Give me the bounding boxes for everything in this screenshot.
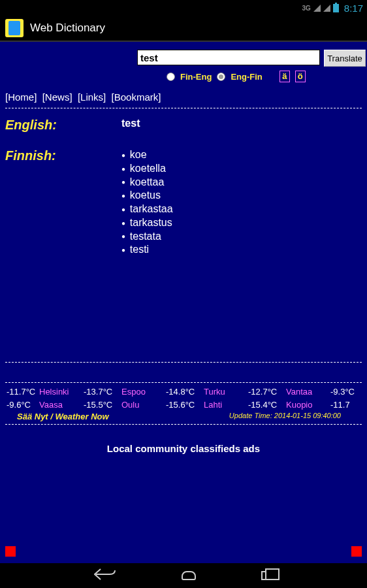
city[interactable]: Vantaa — [286, 385, 330, 399]
weather-update-time: Update Time: 2014-01-15 09:40:00 — [229, 412, 360, 421]
nav-home[interactable]: [Home] — [5, 91, 37, 103]
temp: -15.5°C — [84, 399, 121, 412]
city[interactable]: Vaasa — [39, 399, 84, 412]
recent-apps-icon[interactable] — [261, 571, 273, 580]
temp: -11.7 — [330, 399, 367, 412]
nav-links[interactable]: [Links] — [78, 91, 106, 103]
list-item: koetus — [121, 189, 173, 203]
title-bar: Web Dictionary — [0, 16, 367, 42]
temp: -14.8°C — [166, 385, 204, 399]
list-item: koettaa — [121, 176, 173, 189]
signal-icon — [323, 5, 330, 12]
label-fin-eng: Fin-Eng — [180, 72, 212, 82]
home-icon[interactable] — [182, 571, 196, 580]
city[interactable]: Helsinki — [39, 385, 84, 399]
label-english: English: — [5, 118, 121, 133]
radio-eng-fin[interactable] — [217, 73, 225, 81]
city[interactable]: Turku — [204, 385, 248, 399]
list-item: testi — [121, 243, 173, 257]
temp: -15.4°C — [248, 399, 286, 412]
divider — [5, 108, 362, 108]
list-item: tarkastaa — [121, 203, 173, 216]
weather-row: -9.6°C Vaasa -15.5°C Oulu -15.6°C Lahti … — [5, 399, 362, 412]
char-a-umlaut-button[interactable]: ä — [279, 71, 290, 82]
app-title: Web Dictionary — [30, 22, 105, 35]
nav-links: [Home] [News] [Links] [Bookmark] — [0, 82, 367, 105]
list-item: koetella — [121, 162, 173, 176]
red-marker-left[interactable] — [5, 546, 16, 557]
classifieds-heading: Local community classifieds ads — [0, 443, 367, 454]
back-icon[interactable] — [94, 568, 116, 583]
city[interactable]: Kuopio — [286, 399, 330, 412]
red-marker-right[interactable] — [351, 546, 362, 557]
weather-row: -11.7°C Helsinki -13.7°C Espoo -14.8°C T… — [5, 385, 362, 399]
city[interactable]: Oulu — [121, 399, 166, 412]
weather-widget: -11.7°C Helsinki -13.7°C Espoo -14.8°C T… — [5, 382, 362, 425]
android-nav-bar — [0, 563, 367, 588]
list-item: testata — [121, 230, 173, 244]
nav-news[interactable]: [News] — [42, 91, 72, 103]
temp: -13.7°C — [84, 385, 121, 399]
list-item: tarkastus — [121, 216, 173, 230]
weather-title: Sää Nyt / Weather Now — [7, 412, 109, 421]
search-input[interactable] — [137, 50, 320, 65]
battery-icon — [333, 4, 339, 12]
char-o-umlaut-button[interactable]: ö — [295, 71, 306, 82]
temp: -11.7°C — [5, 385, 39, 399]
status-bar: 3G 8:17 — [0, 0, 367, 16]
app-icon — [5, 19, 24, 37]
city[interactable]: Lahti — [204, 399, 248, 412]
radio-fin-eng[interactable] — [167, 73, 175, 81]
result-english: test — [121, 118, 140, 133]
city[interactable]: Espoo — [121, 385, 166, 399]
result-finnish-list: koe koetella koettaa koetus tarkastaa ta… — [121, 148, 173, 257]
status-time: 8:17 — [344, 3, 363, 14]
translate-button[interactable]: Translate — [324, 50, 366, 67]
network-3g-icon: 3G — [302, 5, 310, 12]
main-content: Translate Fin-Eng Eng-Fin ä ö [Home] [Ne… — [0, 42, 367, 563]
temp: -12.7°C — [248, 385, 286, 399]
label-eng-fin: Eng-Fin — [231, 72, 262, 82]
label-finnish: Finnish: — [5, 148, 121, 257]
nav-bookmark[interactable]: [Bookmark] — [112, 91, 161, 103]
signal-icon — [313, 5, 321, 12]
temp: -9.3°C — [330, 385, 367, 399]
list-item: koe — [121, 148, 173, 162]
temp: -9.6°C — [5, 399, 39, 412]
temp: -15.6°C — [166, 399, 204, 412]
divider — [5, 362, 362, 363]
